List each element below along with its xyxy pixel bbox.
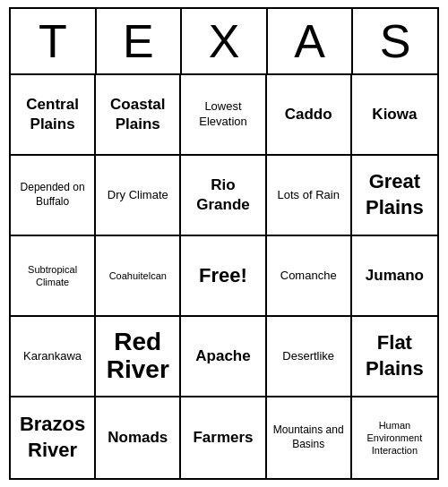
cell-24: Mountains and Basins [267, 397, 352, 478]
title-letter-s: S [353, 9, 437, 73]
cell-7: Dry Climate [96, 156, 181, 236]
cell-12: Coahuitelcan [96, 236, 181, 317]
title-letter-x: X [182, 9, 268, 73]
title-letter-t: T [11, 9, 97, 73]
cell-10: Great Plains [352, 156, 437, 236]
cell-8: Rio Grande [181, 156, 266, 236]
cell-20: Flat Plains [352, 317, 437, 397]
cell-5: Kiowa [352, 75, 437, 156]
cell-3: Lowest Elevation [181, 75, 266, 156]
cell-17: Red River [96, 317, 181, 397]
cell-23: Farmers [181, 397, 266, 478]
cell-6: Depended on Buffalo [11, 156, 96, 236]
cell-19: Desertlike [267, 317, 352, 397]
cell-1: Central Plains [11, 75, 96, 156]
cell-21: Brazos River [11, 397, 96, 478]
cell-18: Apache [181, 317, 266, 397]
cell-9: Lots of Rain [267, 156, 352, 236]
cell-22: Nomads [96, 397, 181, 478]
cell-25: Human Environment Interaction [352, 397, 437, 478]
cell-14: Comanche [267, 236, 352, 317]
cell-free: Free! [181, 236, 266, 317]
cell-11: Subtropical Climate [11, 236, 96, 317]
title-letter-e: E [97, 9, 183, 73]
bingo-title: T E X A S [11, 9, 437, 75]
cell-4: Caddo [267, 75, 352, 156]
bingo-grid: Central Plains Coastal Plains Lowest Ele… [11, 75, 437, 478]
title-letter-a: A [268, 9, 354, 73]
cell-2: Coastal Plains [96, 75, 181, 156]
bingo-card: T E X A S Central Plains Coastal Plains … [9, 7, 439, 480]
cell-16: Karankawa [11, 317, 96, 397]
cell-15: Jumano [352, 236, 437, 317]
